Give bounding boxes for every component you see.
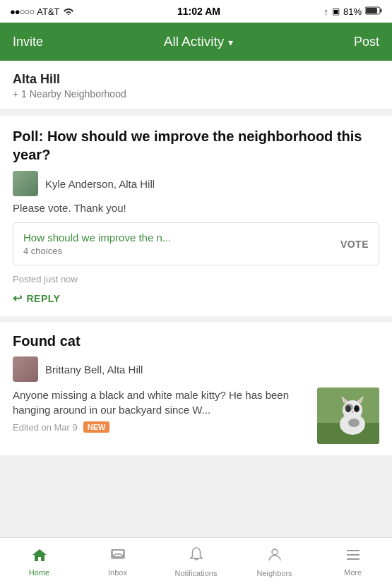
poll-post-card: Poll: How should we improve the neighbor…: [0, 116, 392, 316]
tab-more-label: More: [344, 568, 362, 577]
found-cat-text-col: Anyone missing a black and white male ki…: [13, 388, 309, 433]
found-cat-author-row: Brittany Bell, Alta Hill: [13, 356, 379, 382]
poll-author-row: Kyle Anderson, Alta Hill: [13, 171, 379, 196]
reply-button[interactable]: ↩ REPLY: [13, 292, 60, 305]
poll-choices: 4 choices: [23, 246, 171, 256]
reply-label: REPLY: [27, 293, 61, 304]
time-display: 11:02 AM: [177, 6, 220, 17]
tab-neighbors[interactable]: Neighbors: [235, 546, 314, 577]
neighborhood-card: Alta Hill + 1 Nearby Neighborhood: [0, 61, 392, 110]
status-right: ↑ ▣ 81%: [323, 6, 382, 17]
more-icon: [345, 547, 362, 565]
poll-post-body: Please vote. Thank you!: [13, 202, 379, 214]
cat-photo: [317, 388, 379, 444]
chevron-down-icon: ▾: [228, 37, 233, 48]
carrier-label: AT&T: [37, 6, 59, 17]
poll-box[interactable]: How should we improve the n... 4 choices…: [13, 222, 379, 265]
poll-text: How should we improve the n... 4 choices: [23, 232, 171, 256]
nav-bar: Invite All Activity ▾ Post: [0, 23, 392, 61]
bell-icon: [189, 546, 204, 566]
svg-point-7: [343, 400, 362, 420]
nav-title[interactable]: All Activity ▾: [164, 34, 234, 49]
svg-point-19: [272, 549, 278, 555]
reply-icon: ↩: [13, 292, 23, 305]
status-left: ●●○○○ AT&T: [10, 6, 74, 17]
neighborhood-sub: + 1 Nearby Neighborhood: [13, 88, 379, 100]
vote-button[interactable]: VOTE: [340, 239, 369, 250]
tab-neighbors-label: Neighbors: [256, 569, 292, 577]
nav-title-label: All Activity: [164, 34, 225, 49]
found-cat-body: Anyone missing a black and white male ki…: [13, 388, 309, 417]
svg-point-18: [348, 419, 360, 427]
found-cat-card: Found cat Brittany Bell, Alta Hill Anyon…: [0, 322, 392, 455]
found-cat-title: Found cat: [13, 333, 379, 349]
neighbors-icon: [266, 546, 283, 566]
found-cat-meta: Edited on Mar 9 NEW: [13, 421, 309, 433]
battery-icon: [365, 6, 382, 17]
found-cat-author-name: Brittany Bell, Alta Hill: [45, 364, 143, 376]
new-badge: NEW: [83, 421, 110, 433]
content-area: Alta Hill + 1 Nearby Neighborhood Poll: …: [0, 61, 392, 537]
invite-button[interactable]: Invite: [13, 35, 43, 49]
tab-inbox-label: Inbox: [108, 568, 127, 577]
inbox-icon: [109, 547, 126, 565]
tab-home-label: Home: [29, 568, 49, 577]
tab-notifications-label: Notifications: [175, 569, 218, 577]
svg-point-17: [345, 404, 353, 411]
found-cat-edited-date: Edited on Mar 9: [13, 422, 78, 433]
poll-author-avatar: [13, 171, 38, 196]
signal-dots: ●●○○○: [10, 6, 34, 17]
found-cat-content-row: Anyone missing a black and white male ki…: [13, 388, 379, 444]
post-button[interactable]: Post: [354, 35, 379, 49]
poll-post-time: Posted just now: [13, 274, 379, 284]
tab-bar: Home Inbox Notifications Neighbors: [0, 537, 392, 588]
tab-home[interactable]: Home: [0, 547, 78, 577]
gps-icon: ↑: [323, 6, 328, 17]
svg-point-0: [67, 13, 69, 14]
poll-question: How should we improve the n...: [23, 232, 171, 244]
svg-point-15: [355, 407, 358, 411]
battery-label: 81%: [343, 6, 362, 17]
svg-rect-3: [366, 8, 377, 13]
status-bar: ●●○○○ AT&T 11:02 AM ↑ ▣ 81%: [0, 0, 392, 23]
home-icon: [31, 547, 48, 565]
svg-rect-2: [380, 8, 382, 12]
poll-post-title: Poll: How should we improve the neighbor…: [13, 127, 379, 164]
photo-icon: ▣: [332, 6, 340, 16]
tab-inbox[interactable]: Inbox: [78, 547, 157, 577]
wifi-icon: [63, 6, 74, 17]
tab-more[interactable]: More: [314, 547, 392, 577]
tab-notifications[interactable]: Notifications: [157, 546, 235, 577]
neighborhood-name: Alta Hill: [13, 72, 379, 87]
found-cat-author-avatar: [13, 356, 38, 382]
poll-author-name: Kyle Anderson, Alta Hill: [45, 178, 155, 190]
